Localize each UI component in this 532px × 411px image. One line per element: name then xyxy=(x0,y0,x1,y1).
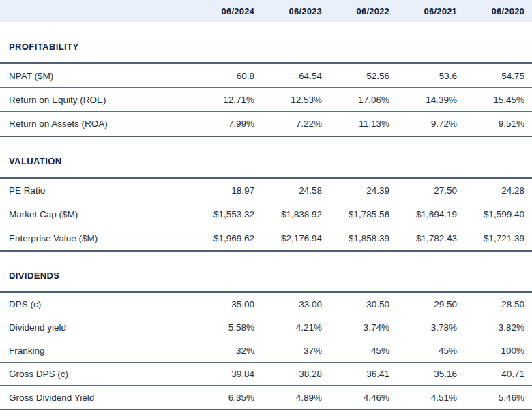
row-value: 45% xyxy=(329,346,397,356)
row-value: $1,969.62 xyxy=(194,233,262,243)
table-row: Market Cap ($M)$1,553.32$1,838.92$1,785.… xyxy=(0,202,532,226)
row-label: Return on Assets (ROA) xyxy=(0,119,194,129)
row-label: NPAT ($M) xyxy=(0,71,194,81)
table-row: Return on Equity (ROE)12.71%12.53%17.06%… xyxy=(0,88,532,112)
row-label: Market Cap ($M) xyxy=(0,209,194,219)
row-value: 35.16 xyxy=(397,369,464,379)
row-value: $1,553.32 xyxy=(194,209,262,219)
row-value: 64.54 xyxy=(262,71,329,81)
year-column-header: 06/2023 xyxy=(262,6,329,16)
table-row: Franking32%37%45%45%100% xyxy=(0,339,532,363)
row-label: Enterprise Value ($M) xyxy=(0,233,194,243)
row-value: $1,782.43 xyxy=(397,233,464,243)
row-value: $1,599.40 xyxy=(464,209,532,219)
row-value: 12.71% xyxy=(194,95,262,105)
row-value: 53.6 xyxy=(397,71,464,81)
row-value: $1,785.56 xyxy=(329,209,397,219)
section-title: VALUATION xyxy=(0,137,532,177)
row-value: 3.82% xyxy=(464,322,532,333)
row-value: 5.58% xyxy=(194,322,262,333)
section-table: PE Ratio18.9724.5824.3927.5024.28Market … xyxy=(0,177,532,252)
section-table: DPS (c)35.0033.0030.5029.5028.50Dividend… xyxy=(0,291,532,410)
section-title: PROFITABILITY xyxy=(0,22,532,62)
financial-metrics-table: 06/2024 06/2023 06/2022 06/2021 06/2020 … xyxy=(0,0,532,410)
row-value: 52.56 xyxy=(329,71,397,81)
row-value: 60.8 xyxy=(194,71,262,81)
table-row: DPS (c)35.0033.0030.5029.5028.50 xyxy=(0,293,532,316)
row-label: Gross DPS (c) xyxy=(0,369,194,379)
year-column-header: 06/2022 xyxy=(329,6,397,16)
year-column-header: 06/2024 xyxy=(194,6,262,16)
row-label: DPS (c) xyxy=(0,299,194,309)
row-value: 29.50 xyxy=(397,299,464,309)
row-value: 36.41 xyxy=(329,369,397,379)
row-value: 18.97 xyxy=(194,185,262,196)
row-label: PE Ratio xyxy=(0,185,194,196)
row-value: 40.71 xyxy=(464,369,532,379)
row-value: 39.84 xyxy=(194,369,262,379)
row-value: 32% xyxy=(194,346,262,356)
table-row: Enterprise Value ($M)$1,969.62$2,176.94$… xyxy=(0,226,532,250)
year-column-header: 06/2020 xyxy=(464,6,532,16)
row-value: 24.39 xyxy=(329,185,397,196)
row-value: 7.22% xyxy=(262,119,329,129)
section-table: NPAT ($M)60.864.5452.5653.654.75Return o… xyxy=(0,62,532,137)
row-value: 37% xyxy=(262,346,329,356)
row-value: 4.46% xyxy=(329,393,397,403)
table-row: Gross DPS (c)39.8438.2836.4135.1640.71 xyxy=(0,363,532,386)
section-valuation: VALUATIONPE Ratio18.9724.5824.3927.5024.… xyxy=(0,137,532,252)
row-value: $1,694.19 xyxy=(397,209,464,219)
row-value: 30.50 xyxy=(329,299,397,309)
table-row: Dividend yield5.58%4.21%3.74%3.78%3.82% xyxy=(0,316,532,339)
row-value: 4.51% xyxy=(397,393,464,403)
row-value: 14.39% xyxy=(397,95,464,105)
row-label: Gross Dividend Yield xyxy=(0,393,194,403)
table-row: Return on Assets (ROA)7.99%7.22%11.13%9.… xyxy=(0,112,532,136)
year-column-header: 06/2021 xyxy=(397,6,464,16)
row-value: 5.46% xyxy=(464,393,532,403)
section-title: DIVIDENDS xyxy=(0,252,532,291)
row-label: Franking xyxy=(0,346,194,356)
row-value: 54.75 xyxy=(464,71,532,81)
row-value: $1,838.92 xyxy=(262,209,329,219)
section-profitability: PROFITABILITYNPAT ($M)60.864.5452.5653.6… xyxy=(0,22,532,137)
row-value: 24.58 xyxy=(262,185,329,196)
row-value: 7.99% xyxy=(194,119,262,129)
row-value: 17.06% xyxy=(329,95,397,105)
row-label: Dividend yield xyxy=(0,322,194,333)
row-value: 24.28 xyxy=(464,185,532,196)
row-label: Return on Equity (ROE) xyxy=(0,95,194,105)
row-value: 3.78% xyxy=(397,322,464,333)
row-value: 3.74% xyxy=(329,322,397,333)
row-value: 9.72% xyxy=(397,119,464,129)
row-value: 4.21% xyxy=(262,322,329,333)
row-value: 11.13% xyxy=(329,119,397,129)
row-value: 4.89% xyxy=(262,393,329,403)
row-value: 33.00 xyxy=(262,299,329,309)
table-row: NPAT ($M)60.864.5452.5653.654.75 xyxy=(0,64,532,88)
row-value: 100% xyxy=(464,346,532,356)
row-value: 6.35% xyxy=(194,393,262,403)
table-row: PE Ratio18.9724.5824.3927.5024.28 xyxy=(0,179,532,202)
table-row: Gross Dividend Yield6.35%4.89%4.46%4.51%… xyxy=(0,386,532,409)
row-value: 9.51% xyxy=(464,119,532,129)
row-value: $2,176.94 xyxy=(262,233,329,243)
row-value: 27.50 xyxy=(397,185,464,196)
row-value: 12.53% xyxy=(262,95,329,105)
row-value: $1,721.39 xyxy=(464,233,532,243)
row-value: 45% xyxy=(397,346,464,356)
row-value: 35.00 xyxy=(194,299,262,309)
row-value: 38.28 xyxy=(262,369,329,379)
row-value: 28.50 xyxy=(464,299,532,309)
row-value: 15.45% xyxy=(464,95,532,105)
year-header-row: 06/2024 06/2023 06/2022 06/2021 06/2020 xyxy=(0,0,532,22)
sections-container: PROFITABILITYNPAT ($M)60.864.5452.5653.6… xyxy=(0,22,532,410)
section-dividends: DIVIDENDSDPS (c)35.0033.0030.5029.5028.5… xyxy=(0,252,532,410)
row-value: $1,858.39 xyxy=(329,233,397,243)
